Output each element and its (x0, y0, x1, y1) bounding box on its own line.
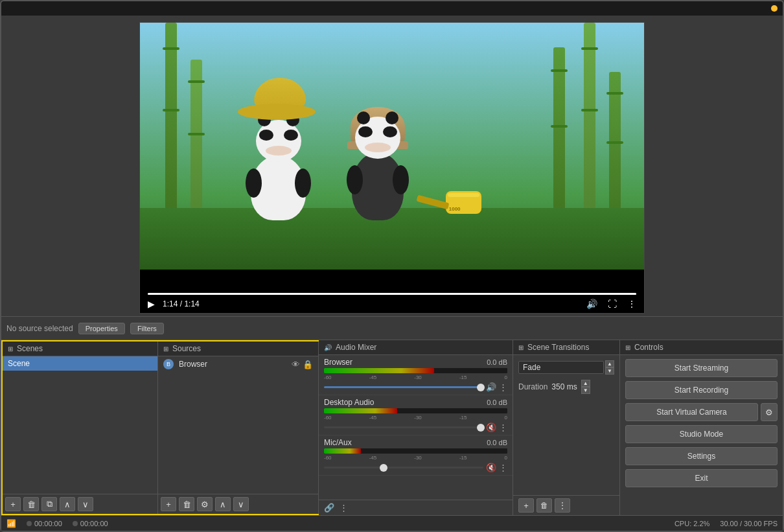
time1-dot (27, 521, 32, 526)
sources-up-button[interactable]: ∧ (215, 497, 231, 511)
transitions-content: Fade ▲ ▼ Duration 350 ms ▲ ▼ (513, 355, 619, 399)
sources-panel-header: ⊞ Sources (158, 341, 318, 356)
play-button[interactable]: ▶ (148, 299, 155, 309)
desktop-track-name: Desktop Audio (324, 398, 374, 407)
exit-button[interactable]: Exit (625, 469, 778, 487)
time1-value: 00:00:00 (34, 520, 62, 527)
audio-icon: 🔊 (324, 344, 332, 351)
settings-button[interactable]: Settings (625, 447, 778, 465)
progress-bar[interactable] (148, 293, 636, 295)
source-browser-icon: B (163, 359, 174, 369)
source-bar: No source selected Properties Filters (1, 317, 783, 340)
browser-track-name: Browser (324, 358, 352, 367)
start-streaming-button[interactable]: Start Streaming (625, 359, 778, 377)
mic-volume-slider[interactable] (324, 467, 483, 468)
controls-panel: ⊞ Controls Start Streaming Start Recordi… (620, 340, 783, 515)
scenes-copy-button[interactable]: ⧉ (41, 497, 57, 511)
audio-mixer-panel: 🔊 Audio Mixer Browser 0.0 dB -60-45-30-1… (319, 340, 513, 515)
duration-value: 350 ms (551, 382, 577, 391)
controls-content: Start Streaming Start Recording Start Vi… (620, 355, 783, 491)
browser-volume-slider[interactable] (324, 386, 483, 388)
scenes-up-button[interactable]: ∧ (60, 497, 75, 511)
volume-button[interactable]: 🔊 (586, 299, 597, 309)
filters-button[interactable]: Filters (130, 323, 164, 334)
transition-type-spinner: ▲ ▼ (605, 360, 614, 375)
sources-add-button[interactable]: + (161, 497, 176, 511)
transitions-header: ⊞ Scene Transitions (513, 340, 619, 355)
scenes-add-button[interactable]: + (5, 497, 21, 511)
sources-icon: ⊞ (163, 345, 168, 353)
transitions-footer: + 🗑 ⋮ (513, 495, 619, 515)
transitions-more-button[interactable]: ⋮ (555, 498, 570, 513)
source-item-browser[interactable]: B Browser 👁 🔒 (158, 356, 318, 372)
scene-transitions-panel: ⊞ Scene Transitions Fade ▲ ▼ Duration 35… (513, 340, 620, 515)
transitions-add-button[interactable]: + (518, 498, 534, 513)
desktop-track-db: 0.0 dB (487, 399, 507, 406)
transitions-icon: ⊞ (518, 344, 524, 351)
scene-item-scene[interactable]: Scene (3, 356, 157, 371)
desktop-meter (324, 408, 507, 413)
scenes-panel-header: ⊞ Scenes (3, 341, 157, 356)
signal-icon: 📶 (6, 519, 16, 528)
mic-mute-button[interactable]: 🔇 (486, 463, 496, 472)
duration-spin-up[interactable]: ▲ (581, 380, 590, 387)
transitions-remove-button[interactable]: 🗑 (536, 498, 552, 513)
mic-scale: -60-45-30-150 (324, 455, 507, 461)
time1-status: 00:00:00 (27, 520, 62, 527)
browser-scale: -60-45-30-150 (324, 375, 507, 380)
virtual-camera-row: Start Virtual Camera ⚙ (625, 403, 778, 421)
preview-area: 1000 ▶ 1:14 / 1:14 🔊 (1, 16, 783, 316)
sources-footer: + 🗑 ⚙ ∧ ∨ (158, 494, 318, 514)
start-virtual-camera-button[interactable]: Start Virtual Camera (625, 403, 758, 421)
spin-down-button[interactable]: ▼ (605, 367, 614, 375)
audio-mixer-label: Audio Mixer (336, 343, 376, 352)
scenes-down-button[interactable]: ∨ (78, 497, 93, 511)
browser-settings-button[interactable]: ⋮ (499, 382, 507, 392)
title-bar (1, 1, 783, 16)
transition-type-row: Fade ▲ ▼ (518, 360, 614, 375)
more-options-button[interactable]: ⋮ (627, 299, 636, 309)
video-container: 1000 ▶ 1:14 / 1:14 🔊 (139, 22, 645, 314)
signal-status: 📶 (6, 519, 16, 528)
title-bar-dot (771, 5, 778, 12)
properties-button[interactable]: Properties (78, 323, 125, 334)
mixer-link-button[interactable]: 🔗 (324, 503, 334, 513)
scenes-header-label: Scenes (17, 344, 43, 353)
mic-track-db: 0.0 dB (487, 439, 507, 446)
panda-scene: 1000 (140, 23, 644, 270)
time-display: 1:14 / 1:14 (163, 299, 200, 308)
browser-mute-button[interactable]: 🔊 (486, 382, 496, 392)
status-bar: 📶 00:00:00 00:00:00 CPU: 2.2% 30.00 / 30… (1, 515, 783, 531)
source-lock-icon[interactable]: 🔒 (303, 360, 313, 369)
source-eye-icon[interactable]: 👁 (292, 360, 300, 369)
fullscreen-button[interactable]: ⛶ (608, 299, 617, 309)
mic-settings-button[interactable]: ⋮ (499, 463, 507, 472)
sources-down-button[interactable]: ∨ (233, 497, 249, 511)
desktop-mute-button[interactable]: 🔇 (486, 422, 496, 432)
mixer-menu-button[interactable]: ⋮ (340, 503, 348, 513)
start-recording-button[interactable]: Start Recording (625, 381, 778, 399)
duration-spin-down[interactable]: ▼ (581, 387, 590, 394)
transition-type-select[interactable]: Fade (518, 361, 604, 374)
browser-meter (324, 368, 507, 373)
sources-settings-button[interactable]: ⚙ (197, 497, 213, 511)
duration-spinner: ▲ ▼ (581, 380, 590, 394)
spin-up-button[interactable]: ▲ (605, 360, 614, 367)
studio-mode-button[interactable]: Studio Mode (625, 425, 778, 443)
scenes-remove-button[interactable]: 🗑 (23, 497, 39, 511)
app-window: 1000 ▶ 1:14 / 1:14 🔊 (0, 0, 784, 532)
scenes-sources-wrapper: ⊞ Scenes Scene + 🗑 ⧉ ∧ ∨ (1, 340, 319, 515)
desktop-settings-button[interactable]: ⋮ (499, 422, 507, 432)
scenes-panel: ⊞ Scenes Scene + 🗑 ⧉ ∧ ∨ (3, 341, 158, 514)
sources-remove-button[interactable]: 🗑 (179, 497, 194, 511)
status-bar-right: CPU: 2.2% 30.00 / 30.00 FPS (674, 520, 778, 527)
browser-track-db: 0.0 dB (487, 358, 507, 366)
desktop-volume-slider[interactable] (324, 426, 483, 428)
no-source-label: No source selected (6, 324, 73, 333)
scenes-content: Scene (3, 356, 157, 494)
mixer-track-browser: Browser 0.0 dB -60-45-30-150 🔊 (319, 355, 513, 395)
mic-meter (324, 448, 507, 454)
mic-track-name: Mic/Aux (324, 438, 352, 447)
virtual-camera-settings-button[interactable]: ⚙ (761, 403, 778, 421)
controls-icon: ⊞ (625, 344, 630, 351)
